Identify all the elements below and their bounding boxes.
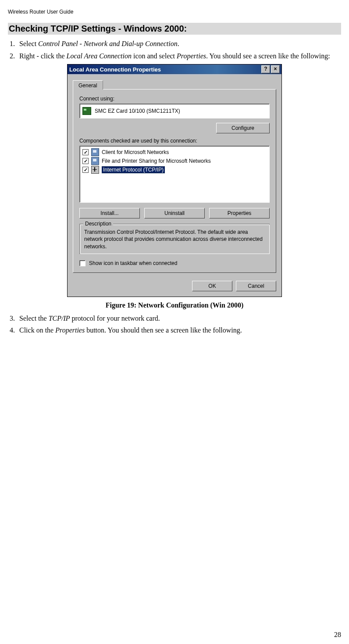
dialog-title: Local Area Connection Properties: [69, 66, 260, 73]
cancel-button[interactable]: Cancel: [236, 281, 276, 291]
list-item[interactable]: ✓ Client for Microsoft Networks: [82, 148, 267, 157]
section-heading: Checking TCP/IP Settings - Windows 2000:: [8, 23, 341, 35]
checkbox-unchecked-icon[interactable]: [79, 260, 85, 266]
tab-general[interactable]: General: [73, 80, 103, 89]
adapter-field[interactable]: SMC EZ Card 10/100 (SMC1211TX): [79, 104, 270, 118]
show-icon-label: Show icon in taskbar when connected: [89, 260, 177, 266]
components-label: Components checked are used by this conn…: [79, 138, 270, 144]
ok-button[interactable]: OK: [192, 281, 232, 291]
figure-caption: Figure 19: Network Configuration (Win 20…: [8, 301, 341, 309]
step2-italic2: Properties: [177, 52, 206, 60]
tab-panel: Connect using: SMC EZ Card 10/100 (SMC12…: [73, 89, 276, 273]
step1-italic: Control Panel - Network and Dial-up Conn…: [38, 40, 178, 47]
step2-italic1: Local Area Connection: [67, 52, 132, 60]
description-groupbox: Description Transmission Control Protoco…: [79, 224, 270, 254]
adapter-name: SMC EZ Card 10/100 (SMC1211TX): [95, 108, 180, 114]
description-label: Description: [83, 221, 113, 227]
step1-suffix: .: [178, 40, 179, 47]
page-number: 28: [334, 631, 341, 639]
show-icon-row[interactable]: Show icon in taskbar when connected: [79, 260, 270, 266]
components-list[interactable]: ✓ Client for Microsoft Networks ✓ File a…: [79, 146, 270, 203]
step3-suffix: protocol for your network card.: [70, 315, 160, 322]
step-2: Right - click the Local Area Connection …: [17, 51, 341, 61]
component-0: Client for Microsoft Networks: [102, 149, 169, 155]
list-item[interactable]: ✓ Internet Protocol (TCP/IP): [82, 165, 267, 174]
client-icon: [91, 148, 99, 156]
checkbox-checked-icon[interactable]: ✓: [82, 167, 89, 173]
step1-prefix: Select: [19, 40, 38, 47]
component-2-selected: Internet Protocol (TCP/IP): [102, 166, 165, 173]
step-3: Select the TCP/IP protocol for your netw…: [17, 314, 341, 323]
close-button[interactable]: ×: [271, 65, 280, 73]
step-1: Select Control Panel - Network and Dial-…: [17, 39, 341, 49]
step3-italic: TCP/IP: [49, 315, 70, 322]
page-header: Wireless Router User Guide: [8, 9, 341, 15]
step-4: Click on the Properties button. You shou…: [17, 326, 341, 335]
uninstall-button[interactable]: Uninstall: [144, 208, 205, 218]
network-card-icon: [82, 107, 91, 115]
checkbox-checked-icon[interactable]: ✓: [82, 149, 89, 155]
step4-suffix: button. You should then see a screen lik…: [85, 326, 242, 334]
step4-prefix: Click on the: [19, 326, 55, 334]
properties-button[interactable]: Properties: [209, 208, 270, 218]
help-button[interactable]: ?: [261, 65, 270, 73]
step2-suffix: . You should see a screen like the follo…: [206, 52, 330, 60]
step3-prefix: Select the: [19, 315, 49, 322]
component-1: File and Printer Sharing for Microsoft N…: [102, 158, 211, 164]
protocol-icon: [91, 166, 99, 174]
dialog-window: Local Area Connection Properties ? × Gen…: [67, 64, 282, 297]
checkbox-checked-icon[interactable]: ✓: [82, 158, 89, 164]
step2-prefix: Right - click the: [19, 52, 67, 60]
figure-wrap: Local Area Connection Properties ? × Gen…: [8, 64, 341, 297]
connect-using-label: Connect using:: [79, 96, 270, 102]
service-icon: [91, 157, 99, 165]
list-item[interactable]: ✓ File and Printer Sharing for Microsoft…: [82, 157, 267, 165]
install-button[interactable]: Install...: [79, 208, 140, 218]
step4-italic: Properties: [55, 326, 85, 334]
step2-mid: icon and select: [132, 52, 177, 60]
titlebar: Local Area Connection Properties ? ×: [68, 64, 281, 74]
description-text: Transmission Control Protocol/Internet P…: [84, 229, 265, 250]
configure-button[interactable]: Configure: [216, 123, 270, 133]
